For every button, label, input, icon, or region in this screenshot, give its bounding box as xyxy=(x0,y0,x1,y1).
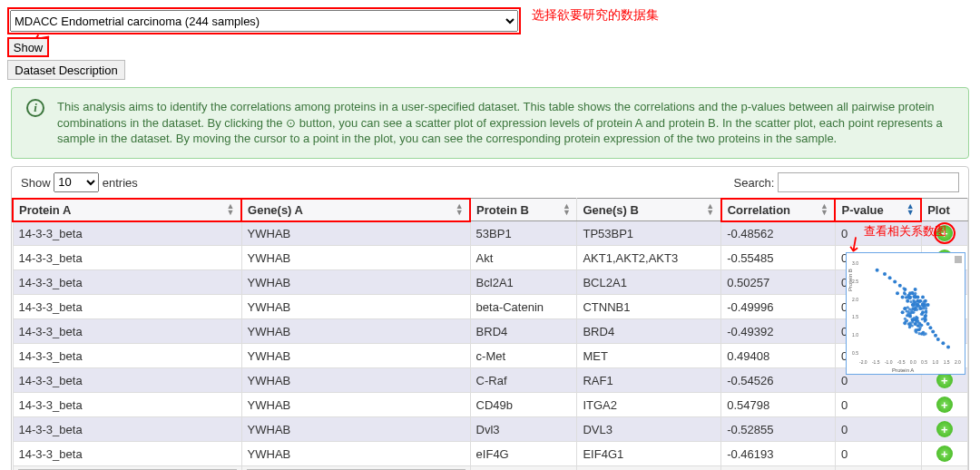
svg-point-18 xyxy=(941,341,945,345)
svg-point-153 xyxy=(911,311,914,314)
cell-gb: ITGA2 xyxy=(577,393,721,417)
cell-corr: -0.48562 xyxy=(721,221,836,246)
sort-icon: ▲▼ xyxy=(706,203,715,216)
svg-point-31 xyxy=(921,295,925,299)
svg-point-25 xyxy=(914,288,917,291)
cell-ga: YWHAB xyxy=(241,319,470,344)
svg-point-136 xyxy=(922,307,925,309)
cell-gb: TP53BP1 xyxy=(577,221,721,246)
cell-corr: 0.54798 xyxy=(721,393,836,417)
cell-pb: c-Met xyxy=(470,344,577,368)
svg-point-13 xyxy=(926,322,930,326)
cell-pb: 53BP1 xyxy=(470,221,577,246)
plot-button[interactable]: + xyxy=(936,446,953,462)
cell-pa: 14-3-3_beta xyxy=(13,393,241,417)
cell-pval: 0 xyxy=(835,442,921,466)
svg-point-76 xyxy=(911,318,914,320)
cell-gb: BCL2A1 xyxy=(577,270,721,295)
show-button[interactable]: Show xyxy=(7,37,49,57)
plot-button[interactable]: + xyxy=(936,397,953,413)
svg-point-116 xyxy=(911,321,914,324)
table-row: 14-3-3_betaYWHABCD49bITGA20.547980+ xyxy=(13,393,968,417)
entries-control: Show 10 entries xyxy=(21,172,138,192)
svg-point-113 xyxy=(925,309,927,312)
table-row: 14-3-3_betaYWHABBcl2A1BCL2A10.502570+ xyxy=(13,270,968,295)
table-panel: Show 10 entries Search: Protein A▲▼ Gene… xyxy=(11,166,969,470)
col-plot: Plot xyxy=(921,199,967,221)
cell-ga: YWHAB xyxy=(241,368,470,393)
cell-gb: BRD4 xyxy=(577,319,721,344)
cell-pb: Akt xyxy=(470,246,577,270)
cell-corr: -0.46193 xyxy=(721,442,836,466)
cell-corr: -0.49392 xyxy=(721,319,836,344)
cell-ga: YWHAB xyxy=(241,417,470,442)
cell-gb: AKT1,AKT2,AKT3 xyxy=(577,246,721,270)
svg-point-15 xyxy=(931,330,935,334)
cell-gb: EIF4G1 xyxy=(577,442,721,466)
svg-point-140 xyxy=(916,321,918,324)
sort-icon: ▲▼ xyxy=(226,203,235,216)
svg-point-34 xyxy=(896,291,899,295)
svg-point-109 xyxy=(914,329,916,332)
table-row: 14-3-3_betaYWHABC-RafRAF1-0.545260+ xyxy=(13,368,968,393)
filter-protein-b: Protein B xyxy=(470,466,577,470)
svg-point-17 xyxy=(936,338,940,341)
cell-ga: YWHAB xyxy=(241,221,470,246)
col-protein-a[interactable]: Protein A▲▼ xyxy=(13,199,241,221)
cell-ga: YWHAB xyxy=(241,442,470,466)
col-correlation[interactable]: Correlation▲▼ xyxy=(721,199,836,221)
cell-pa: 14-3-3_beta xyxy=(13,344,241,368)
info-panel: i This analysis aims to identify the cor… xyxy=(11,87,969,159)
col-protein-b[interactable]: Protein B▲▼ xyxy=(470,199,577,221)
table-row: 14-3-3_betaYWHABbeta-CateninCTNNB1-0.499… xyxy=(13,295,968,319)
svg-point-93 xyxy=(906,306,909,308)
svg-point-2 xyxy=(893,279,897,283)
dataset-description-button[interactable]: Dataset Description xyxy=(7,60,125,80)
entries-select[interactable]: 10 xyxy=(54,172,99,192)
cell-pa: 14-3-3_beta xyxy=(13,295,241,319)
cell-ga: YWHAB xyxy=(241,246,470,270)
svg-point-105 xyxy=(915,316,917,318)
cell-ga: YWHAB xyxy=(241,344,470,368)
info-icon: i xyxy=(26,99,44,117)
dataset-select-wrap: MDACC Endometrial carcinoma (244 samples… xyxy=(7,7,521,34)
col-genes-b[interactable]: Gene(s) B▲▼ xyxy=(577,199,721,221)
table-row: 14-3-3_betaYWHABBRD4BRD4-0.493920+ xyxy=(13,319,968,344)
col-pvalue[interactable]: P-value▲▼ xyxy=(835,199,921,221)
search-input[interactable] xyxy=(778,172,959,192)
cell-pb: CD49b xyxy=(470,393,577,417)
cell-corr: -0.54526 xyxy=(721,368,836,393)
svg-point-154 xyxy=(911,291,914,294)
svg-point-16 xyxy=(934,334,937,338)
plot-callout: ↙ 查看相关系数图 Protein B Protein A 3.02.52.01… xyxy=(846,223,967,375)
svg-point-112 xyxy=(913,295,916,298)
dataset-select[interactable]: MDACC Endometrial carcinoma (244 samples… xyxy=(10,10,518,32)
annotation-select: 选择欲要研究的数据集 xyxy=(532,7,659,22)
scatter-thumbnail[interactable]: Protein B Protein A 3.02.52.01.51.00.5 -… xyxy=(846,252,965,375)
cell-pb: Dvl3 xyxy=(470,417,577,442)
plot-button[interactable]: + xyxy=(936,421,953,437)
cell-ga: YWHAB xyxy=(241,270,470,295)
table-row: 14-3-3_betaYWHABDvl3DVL3-0.528550+ xyxy=(13,417,968,442)
cell-ga: YWHAB xyxy=(241,295,470,319)
svg-point-159 xyxy=(905,296,907,299)
svg-point-115 xyxy=(924,319,926,322)
svg-point-152 xyxy=(916,325,919,328)
cell-pval: 0 xyxy=(835,393,921,417)
cell-corr: 0.50257 xyxy=(721,270,836,295)
cell-corr: -0.49996 xyxy=(721,295,836,319)
cell-pa: 14-3-3_beta xyxy=(13,368,241,393)
cell-pb: eIF4G xyxy=(470,442,577,466)
filter-genes-b: Gene(s) B xyxy=(577,466,721,470)
sort-icon: ▲▼ xyxy=(819,203,828,216)
cell-gb: CTNNB1 xyxy=(577,295,721,319)
cell-corr: -0.55485 xyxy=(721,246,836,270)
svg-point-130 xyxy=(908,323,911,326)
table-toolbar: Show 10 entries Search: xyxy=(12,167,968,198)
table-row: 14-3-3_betaYWHABeIF4GEIF4G1-0.461930+ xyxy=(13,442,968,466)
svg-point-151 xyxy=(913,300,916,303)
col-genes-a[interactable]: Gene(s) A▲▼ xyxy=(241,199,470,221)
cell-pa: 14-3-3_beta xyxy=(13,270,241,295)
cell-pa: 14-3-3_beta xyxy=(13,246,241,270)
svg-point-80 xyxy=(925,314,927,317)
